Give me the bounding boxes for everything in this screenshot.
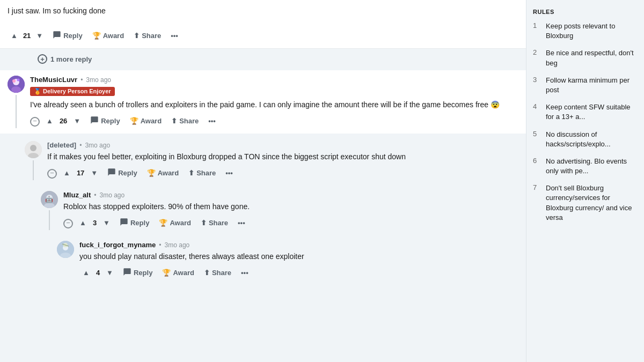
vote-count-reply1: 17 — [77, 169, 84, 177]
collapse-reply1[interactable]: − — [47, 169, 57, 179]
reply-button-reply3[interactable]: Reply — [120, 265, 156, 280]
vote-group-top: ▲ 21 ▼ — [8, 29, 46, 42]
rule-number-1: 1 — [533, 21, 540, 29]
award-button-main[interactable]: 🏆 Award — [127, 115, 165, 127]
main-comment-text: I've already seen a bunch of trollers an… — [30, 99, 518, 110]
more-icon-reply1: ••• — [225, 169, 233, 177]
award-icon-reply2: 🏆 — [159, 219, 167, 227]
award-button-reply2[interactable]: 🏆 Award — [156, 217, 194, 229]
username-fuck[interactable]: fuck_i_forgot_myname — [79, 241, 156, 249]
main-comment-meta: TheMusicLuvr • 3mo ago — [30, 76, 518, 84]
award-button-reply1[interactable]: 🏆 Award — [144, 167, 182, 179]
more-reply-row: + 1 more reply — [0, 49, 526, 70]
sidebar: RULES 1 Keep posts relevant to Bloxburg … — [526, 0, 644, 362]
reply-button-top[interactable]: Reply — [49, 28, 85, 43]
downvote-button-reply3[interactable]: ▼ — [103, 267, 116, 279]
upvote-button-reply2[interactable]: ▲ — [76, 217, 90, 229]
more-button-main[interactable]: ••• — [205, 115, 219, 127]
downvote-icon-reply3: ▼ — [106, 269, 113, 277]
svg-point-3 — [12, 79, 16, 83]
more-button-reply3[interactable]: ••• — [238, 267, 252, 279]
action-bar-reply3: ▲ 4 ▼ Reply 🏆 Award — [79, 265, 518, 280]
more-button-top[interactable]: ••• — [167, 29, 181, 42]
reply-button-reply2[interactable]: Reply — [116, 216, 152, 230]
more-icon-reply3: ••• — [241, 269, 248, 277]
upvote-button-reply1[interactable]: ▲ — [60, 167, 74, 179]
more-button-reply1[interactable]: ••• — [222, 167, 236, 179]
share-button-reply2[interactable]: ⬆ Share — [197, 217, 231, 229]
vote-count-main: 26 — [60, 117, 67, 125]
upvote-icon-reply1: ▲ — [63, 169, 70, 177]
reply1-text: If it makes you feel better, exploiting … — [47, 151, 518, 162]
downvote-icon-top: ▼ — [36, 32, 43, 40]
timestamp-musicluvr: • — [80, 76, 83, 84]
downvote-icon-reply1: ▼ — [91, 169, 98, 177]
svg-point-6 — [30, 145, 36, 151]
time-musicluvr: 3mo ago — [86, 76, 111, 84]
thread-line-reply1 — [33, 160, 34, 180]
rule-text-1: Keep posts relevant to Bloxburg — [546, 21, 638, 41]
reply3-meta: fuck_i_forgot_myname • 3mo ago — [79, 241, 518, 249]
reply3-left — [57, 241, 74, 280]
share-icon-top: ⬆ — [134, 32, 140, 40]
share-button-reply3[interactable]: ⬆ Share — [201, 267, 235, 279]
reply-icon-main — [90, 116, 99, 126]
username-deleted[interactable]: [deleted] — [47, 141, 76, 149]
rule-number-5: 5 — [533, 130, 540, 138]
upvote-icon-reply3: ▲ — [83, 269, 90, 277]
upvote-button-reply3[interactable]: ▲ — [79, 267, 93, 279]
award-icon-reply3: 🏆 — [162, 269, 171, 277]
rule-number-4: 4 — [533, 102, 540, 110]
upvote-button-top[interactable]: ▲ — [8, 29, 21, 42]
reply2-row: 🤖 Mluz_alt • 3mo ago Roblox has stopped … — [41, 188, 518, 233]
reply-icon-reply1 — [107, 168, 116, 178]
plus-circle-icon: + — [38, 54, 47, 64]
downvote-button-top[interactable]: ▼ — [33, 29, 46, 42]
reply1-row: [deleted] • 3mo ago If it makes you feel… — [25, 138, 518, 183]
reply3-body: fuck_i_forgot_myname • 3mo ago you shoul… — [79, 241, 518, 280]
rule-item-1: 1 Keep posts relevant to Bloxburg — [533, 21, 638, 41]
reply2-body: Mluz_alt • 3mo ago Roblox has stopped ex… — [63, 191, 518, 230]
avatar-musicluvr — [8, 76, 25, 93]
award-icon-reply1: 🏆 — [147, 169, 156, 177]
avatar-deleted — [25, 141, 42, 158]
more-reply-button[interactable]: + 1 more reply — [21, 52, 518, 66]
rule-item-5: 5 No discussion of hacks/scripts/explo..… — [533, 130, 638, 149]
more-button-reply2[interactable]: ••• — [235, 217, 248, 229]
time-fuck: 3mo ago — [165, 241, 190, 249]
reply-button-reply1[interactable]: Reply — [104, 166, 140, 180]
svg-text:🤖: 🤖 — [45, 195, 53, 203]
downvote-button-main[interactable]: ▼ — [70, 115, 84, 127]
username-musicluvr[interactable]: TheMusicLuvr — [30, 76, 77, 84]
main-comment-body: TheMusicLuvr • 3mo ago 🏅 Delivery Person… — [30, 76, 518, 128]
more-reply-label: 1 more reply — [50, 55, 92, 63]
rule-item-6: 6 No advertising. Blo events only with p… — [533, 157, 638, 176]
reply3-row: fuck_i_forgot_myname • 3mo ago you shoul… — [57, 238, 518, 283]
rule-text-7: Don't sell Bloxburg currency/services fo… — [546, 183, 638, 223]
main-comment-row: TheMusicLuvr • 3mo ago 🏅 Delivery Person… — [0, 70, 526, 134]
collapse-reply2[interactable]: − — [63, 219, 73, 228]
main-content: I just saw. Im so fucking done ▲ 21 ▼ Re… — [0, 0, 526, 362]
downvote-button-reply1[interactable]: ▼ — [87, 167, 101, 179]
rule-item-2: 2 Be nice and respectful, don't beg — [533, 48, 638, 68]
share-button-top[interactable]: ⬆ Share — [130, 29, 164, 42]
downvote-icon-reply2: ▼ — [103, 219, 110, 227]
share-button-reply1[interactable]: ⬆ Share — [185, 167, 219, 179]
action-bar-reply2: − ▲ 3 ▼ Reply 🏆 — [63, 216, 518, 230]
downvote-button-reply2[interactable]: ▼ — [100, 217, 113, 229]
award-button-reply3[interactable]: 🏆 Award — [159, 267, 197, 279]
share-button-main[interactable]: ⬆ Share — [168, 115, 202, 127]
collapse-main[interactable]: − — [30, 117, 40, 127]
reply2-container: 🤖 Mluz_alt • 3mo ago Roblox has stopped … — [0, 183, 526, 233]
top-partial-comment: I just saw. Im so fucking done — [0, 0, 526, 20]
more-icon-reply2: ••• — [238, 219, 245, 227]
username-mluz[interactable]: Mluz_alt — [63, 191, 91, 199]
vote-count-top: 21 — [23, 32, 31, 40]
upvote-button-main[interactable]: ▲ — [43, 115, 56, 127]
reply-button-main[interactable]: Reply — [87, 114, 123, 128]
more-icon-top: ••• — [171, 32, 178, 40]
rule-number-7: 7 — [533, 183, 540, 191]
award-button-top[interactable]: 🏆 Award — [89, 29, 128, 42]
rule-number-3: 3 — [533, 76, 540, 84]
downvote-icon-main: ▼ — [74, 117, 80, 125]
